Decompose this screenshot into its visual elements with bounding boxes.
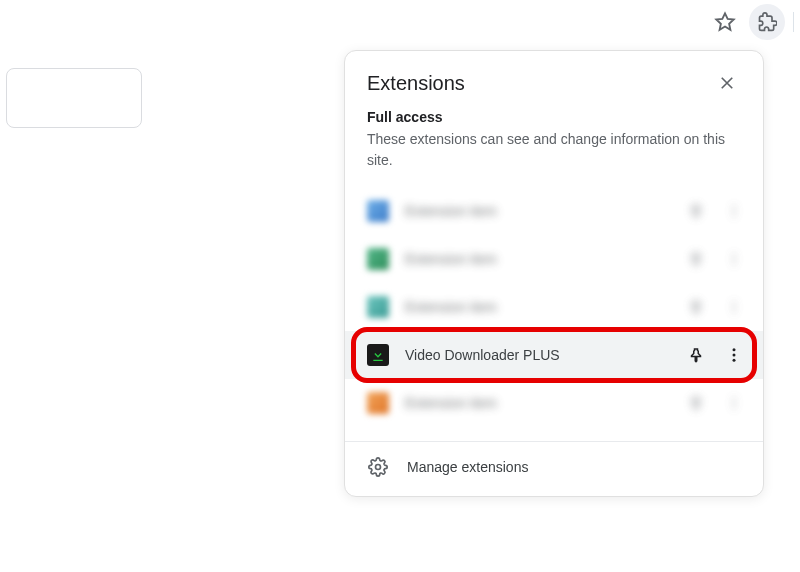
svg-point-4 <box>733 258 735 260</box>
download-arrow-icon <box>370 347 386 363</box>
extension-actions <box>681 244 749 274</box>
more-button[interactable] <box>719 340 749 370</box>
extension-name: Video Downloader PLUS <box>405 347 681 363</box>
more-button[interactable] <box>719 196 749 226</box>
svg-point-8 <box>733 310 735 312</box>
extension-list: Extension item Extension item <box>345 179 763 427</box>
close-icon <box>718 74 736 92</box>
toolbar-divider <box>793 12 794 32</box>
svg-point-5 <box>733 262 735 264</box>
popup-header: Extensions <box>345 51 763 105</box>
svg-point-10 <box>733 354 736 357</box>
extension-actions <box>681 196 749 226</box>
pin-button[interactable] <box>681 340 711 370</box>
popup-title: Extensions <box>367 72 465 95</box>
manage-extensions-label: Manage extensions <box>407 459 528 475</box>
extension-icon <box>367 200 389 222</box>
access-section: Full access These extensions can see and… <box>345 105 763 179</box>
pin-button[interactable] <box>681 196 711 226</box>
more-vertical-icon <box>726 299 742 315</box>
more-vertical-icon <box>726 395 742 411</box>
extensions-popup: Extensions Full access These extensions … <box>344 50 764 497</box>
access-label: Full access <box>367 109 741 125</box>
manage-extensions-row[interactable]: Manage extensions <box>345 442 763 496</box>
pin-icon <box>688 299 704 315</box>
extension-name: Extension item <box>405 203 681 219</box>
svg-point-7 <box>733 306 735 308</box>
extension-icon <box>367 344 389 366</box>
svg-point-11 <box>733 359 736 362</box>
more-vertical-icon <box>726 251 742 267</box>
svg-point-13 <box>733 402 735 404</box>
more-button[interactable] <box>719 292 749 322</box>
access-description: These extensions can see and change info… <box>367 129 741 171</box>
browser-toolbar <box>707 0 800 44</box>
pin-icon <box>688 203 704 219</box>
extension-actions <box>681 292 749 322</box>
svg-point-0 <box>733 205 735 207</box>
extension-item[interactable]: Extension item <box>345 379 763 427</box>
svg-point-2 <box>733 214 735 216</box>
more-button[interactable] <box>719 244 749 274</box>
extension-icon <box>367 392 389 414</box>
more-button[interactable] <box>719 388 749 418</box>
pin-icon <box>688 395 704 411</box>
extension-icon <box>367 248 389 270</box>
svg-point-12 <box>733 397 735 399</box>
extension-name: Extension item <box>405 395 681 411</box>
gear-icon <box>367 456 389 478</box>
pin-icon <box>688 251 704 267</box>
svg-point-15 <box>376 465 381 470</box>
extensions-button[interactable] <box>749 4 785 40</box>
bookmark-star-button[interactable] <box>707 4 743 40</box>
extension-actions <box>681 388 749 418</box>
more-vertical-icon <box>726 203 742 219</box>
pin-button[interactable] <box>681 292 711 322</box>
extension-name: Extension item <box>405 251 681 267</box>
svg-point-6 <box>733 301 735 303</box>
extension-actions <box>681 340 749 370</box>
extension-item[interactable]: Extension item <box>345 235 763 283</box>
page-input-box[interactable] <box>6 68 142 128</box>
svg-point-3 <box>733 253 735 255</box>
close-button[interactable] <box>713 69 741 97</box>
star-icon <box>714 11 736 33</box>
pin-button[interactable] <box>681 244 711 274</box>
extension-item-highlighted[interactable]: Video Downloader PLUS <box>345 331 763 379</box>
extension-item[interactable]: Extension item <box>345 187 763 235</box>
extension-item[interactable]: Extension item <box>345 283 763 331</box>
svg-point-1 <box>733 210 735 212</box>
extension-icon <box>367 296 389 318</box>
pin-button[interactable] <box>681 388 711 418</box>
extension-name: Extension item <box>405 299 681 315</box>
svg-point-14 <box>733 406 735 408</box>
puzzle-icon <box>757 12 777 32</box>
svg-point-9 <box>733 348 736 351</box>
more-vertical-icon <box>725 346 743 364</box>
pin-icon <box>687 346 705 364</box>
